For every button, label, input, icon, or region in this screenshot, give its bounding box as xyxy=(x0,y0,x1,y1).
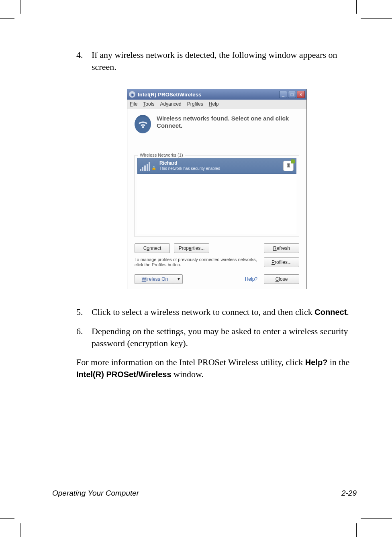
refresh-button[interactable]: Refresh xyxy=(264,243,299,253)
connect-bold: Connect xyxy=(314,308,347,316)
text: in the xyxy=(327,357,349,367)
crop-mark xyxy=(20,0,20,14)
help-link[interactable]: Help? xyxy=(245,276,257,282)
signal-icon: 🔒 xyxy=(140,161,156,171)
menu-file[interactable]: File xyxy=(130,101,137,107)
crop-mark xyxy=(361,18,392,19)
properties-button[interactable]: Properties... xyxy=(174,243,209,253)
page-footer: Operating Your Computer 2-29 xyxy=(52,487,357,498)
crop-mark xyxy=(361,518,392,519)
proset-window: ◉ Intel(R) PROSet/Wireless _ □ × File To… xyxy=(127,89,307,289)
profiles-button[interactable]: Profiles... xyxy=(264,257,299,267)
footer-left: Operating Your Computer xyxy=(52,489,139,498)
body-text: 4. If any wireless network is detected, … xyxy=(76,49,357,380)
text: For more information on the Intel PROSet… xyxy=(76,357,305,367)
titlebar: ◉ Intel(R) PROSet/Wireless _ □ × xyxy=(127,89,306,100)
figure: ◉ Intel(R) PROSet/Wireless _ □ × File To… xyxy=(76,89,357,289)
step-4: 4. If any wireless network is detected, … xyxy=(76,49,357,73)
step-6: 6. Depending on the settings, you may be… xyxy=(76,325,357,349)
crop-mark xyxy=(356,523,357,537)
window-body: Wireless networks found. Select one and … xyxy=(127,109,306,289)
step-text: If any wireless network is detected, the… xyxy=(92,49,357,73)
step-number: 4. xyxy=(76,49,92,73)
maximize-button[interactable]: □ xyxy=(288,91,296,98)
connect-button[interactable]: Connect xyxy=(135,243,170,253)
help-bold: Help? xyxy=(305,358,328,367)
group-legend: Wireless Networks (1) xyxy=(138,152,185,158)
profiles-hint-row: To manage profiles of previously connect… xyxy=(135,257,299,267)
wireless-toggle[interactable]: Wireless On ▼ xyxy=(135,274,183,284)
menu-profiles[interactable]: Profiles xyxy=(187,101,203,107)
menu-advanced[interactable]: Advanced xyxy=(160,101,181,107)
window-title: Intel(R) PROSet/Wireless xyxy=(138,91,279,98)
network-desc: This network has security enabled xyxy=(159,166,283,171)
step-text: Click to select a wireless network to co… xyxy=(92,306,357,318)
crop-mark xyxy=(356,0,357,14)
close-window-button[interactable]: × xyxy=(297,91,305,98)
text: window. xyxy=(172,369,204,379)
text: . xyxy=(347,307,349,317)
wireless-on-button[interactable]: Wireless On xyxy=(135,274,175,284)
networks-group: Wireless Networks (1) 🔒 Richard This net… xyxy=(135,155,299,237)
menu-tools[interactable]: Tools xyxy=(143,101,154,107)
button-row: Connect Properties... Refresh xyxy=(135,241,299,256)
network-info: Richard This network has security enable… xyxy=(159,160,283,171)
step-number: 6. xyxy=(76,325,92,349)
network-item[interactable]: 🔒 Richard This network has security enab… xyxy=(137,158,296,174)
footer-right: 2-29 xyxy=(341,489,357,498)
status-bar: Wireless On ▼ Help? Close xyxy=(135,271,299,284)
step-5: 5. Click to select a wireless network to… xyxy=(76,306,357,318)
step-text: Depending on the settings, you may be as… xyxy=(92,325,357,349)
text: Click to select a wireless network to co… xyxy=(92,307,314,317)
closing-paragraph: For more information on the Intel PROSet… xyxy=(76,356,357,380)
close-button[interactable]: Close xyxy=(264,274,299,284)
menubar: File Tools Advanced Profiles Help xyxy=(127,100,306,109)
header-text: Wireless networks found. Select one and … xyxy=(157,115,299,130)
lock-icon: 🔒 xyxy=(151,165,156,171)
window-name-bold: Intel(R) PROSet/Wireless xyxy=(76,370,172,379)
minimize-button[interactable]: _ xyxy=(279,91,287,98)
step-number: 5. xyxy=(76,306,92,318)
window-controls: _ □ × xyxy=(279,91,305,98)
network-badge-icon: ♜ xyxy=(283,161,294,171)
crop-mark xyxy=(20,523,20,537)
header-row: Wireless networks found. Select one and … xyxy=(135,115,299,133)
document-page: 4. If any wireless network is detected, … xyxy=(0,0,392,537)
dropdown-icon[interactable]: ▼ xyxy=(175,274,183,284)
crop-mark xyxy=(0,518,14,519)
network-list-empty xyxy=(137,174,296,234)
app-icon: ◉ xyxy=(129,91,135,98)
network-name: Richard xyxy=(159,160,283,166)
wifi-icon xyxy=(135,115,151,133)
profiles-hint: To manage profiles of previously connect… xyxy=(135,257,260,267)
menu-help[interactable]: Help xyxy=(209,101,219,107)
crop-mark xyxy=(0,18,14,19)
